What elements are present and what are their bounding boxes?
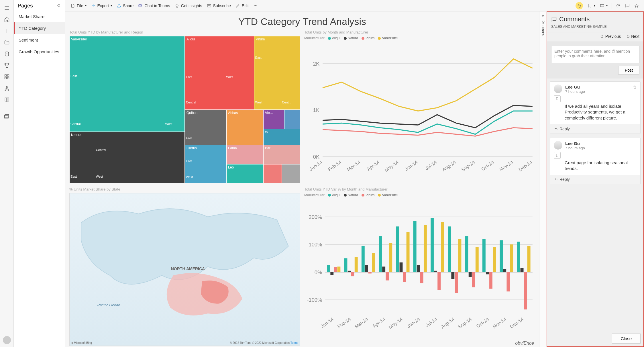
footer-logo: obviEnce [515,341,534,346]
pages-panel: Pages Market ShareYTD CategorySentimentG… [14,0,65,347]
filters-pane-collapsed[interactable]: Filters [539,11,547,347]
svg-text:Feb-14: Feb-14 [336,316,352,329]
svg-rect-62 [500,240,503,272]
page-item[interactable]: YTD Category [14,22,65,34]
svg-rect-61 [482,239,486,272]
edit-button[interactable]: Edit [233,2,251,9]
svg-rect-84 [472,272,475,287]
svg-rect-74 [503,269,506,272]
svg-rect-71 [451,272,454,279]
reply-button[interactable]: Reply [550,175,640,184]
svg-rect-64 [330,272,333,275]
comments-prev-button[interactable]: Previous [600,34,621,39]
more-icon[interactable] [251,2,260,9]
svg-text:Dec-14: Dec-14 [509,316,525,329]
svg-text:Sep-14: Sep-14 [460,159,476,172]
svg-rect-9 [207,4,211,7]
svg-rect-70 [434,270,437,272]
svg-rect-53 [344,258,347,272]
svg-rect-95 [458,239,462,272]
export-menu[interactable]: Export▾ [89,2,114,9]
svg-rect-98 [510,244,513,272]
bookmark-link-icon[interactable] [554,95,561,102]
deployment-icon[interactable] [0,83,14,94]
svg-text:Mar-14: Mar-14 [354,316,369,329]
view-button[interactable]: ▾ [598,2,610,9]
post-comment-button[interactable]: Post [618,66,639,75]
comment-avatar [554,141,562,150]
treemap-visual[interactable]: Total Units YTD by Manufacturer and Regi… [69,30,300,183]
file-menu[interactable]: File▾ [68,2,89,9]
svg-text:0K: 0K [313,154,319,160]
comment-toggle-button[interactable] [623,2,632,9]
reply-button[interactable]: Reply [550,124,640,134]
refresh-button[interactable] [614,2,623,9]
page-item[interactable]: Growth Opportunities [14,46,65,58]
comment-input[interactable]: Enter your comments here, and @mention p… [551,46,639,63]
svg-text:200%: 200% [309,214,322,220]
svg-text:May-14: May-14 [388,316,403,330]
data-hub-icon[interactable] [0,48,14,60]
create-icon[interactable] [0,25,14,37]
svg-text:Jul-14: Jul-14 [424,159,437,171]
home-icon[interactable] [0,14,14,25]
line-chart-visual[interactable]: Total Units by Month and Manufacturer Ma… [304,30,535,183]
report-toolbar: File▾ Export▾ Share Chat in Teams Get in… [65,0,644,11]
svg-text:Aug-14: Aug-14 [440,316,455,329]
subscribe-button[interactable]: Subscribe [205,2,233,9]
comment-card: Lee Gu7 hours agoGreat page for isolatin… [550,138,641,185]
svg-text:Jan-14: Jan-14 [308,159,323,172]
map-terms-link[interactable]: Terms [290,341,298,344]
svg-rect-55 [379,236,382,272]
workspaces-icon[interactable] [0,111,14,122]
svg-rect-80 [403,272,406,282]
comment-author: Lee Gu [565,85,585,89]
menu-icon[interactable] [0,2,14,14]
svg-rect-72 [469,272,472,277]
page-item[interactable]: Sentiment [14,34,65,46]
expand-filters-icon[interactable] [541,14,545,19]
svg-rect-86 [506,272,510,291]
close-comments-button[interactable]: Close [612,334,641,344]
browse-icon[interactable] [0,37,14,48]
comment-body: Great page for isolating seasonal trends… [550,159,640,175]
user-avatar[interactable] [3,336,11,344]
svg-text:Apr-14: Apr-14 [372,316,386,329]
svg-rect-93 [424,225,427,272]
svg-rect-60 [465,236,468,272]
map-visual[interactable]: % Units Market Share by State NORTH AMER… [69,187,300,340]
comments-next-button[interactable]: Next [626,34,639,39]
share-button[interactable]: Share [114,2,136,9]
svg-rect-2 [7,75,9,77]
learn-icon[interactable] [0,94,14,105]
collapse-pages-icon[interactable] [56,3,61,9]
svg-rect-67 [382,266,385,272]
favorite-button[interactable] [632,2,641,9]
chat-teams-button[interactable]: Chat in Teams [136,2,172,9]
svg-rect-89 [355,257,358,272]
reset-button[interactable] [573,1,585,11]
svg-rect-96 [476,247,479,272]
svg-text:Nov-14: Nov-14 [498,159,514,172]
svg-rect-52 [327,265,330,272]
svg-text:Jul-14: Jul-14 [425,316,438,328]
goals-icon[interactable] [0,60,14,71]
bar-chart-visual[interactable]: Total Units YTD Var % by Month and Manuf… [304,187,535,340]
svg-text:Apr-14: Apr-14 [366,159,380,172]
delete-comment-icon[interactable] [633,85,637,90]
bookmark-link-icon[interactable] [554,152,561,159]
comment-card: Lee Gu7 hours agoIf we add all years and… [550,81,641,134]
svg-text:2K: 2K [313,61,319,67]
page-item[interactable]: Market Share [14,11,65,22]
svg-rect-56 [396,226,399,272]
bookmark-button[interactable]: ▾ [585,2,598,9]
svg-rect-4 [7,77,9,79]
apps-icon[interactable] [0,71,14,83]
report-title: YTD Category Trend Analysis [69,16,535,27]
svg-rect-69 [417,265,420,272]
svg-rect-77 [351,272,354,276]
insights-button[interactable]: Get insights [172,2,205,9]
svg-rect-87 [524,272,527,309]
svg-rect-76 [334,267,337,272]
svg-text:0%: 0% [315,269,322,275]
